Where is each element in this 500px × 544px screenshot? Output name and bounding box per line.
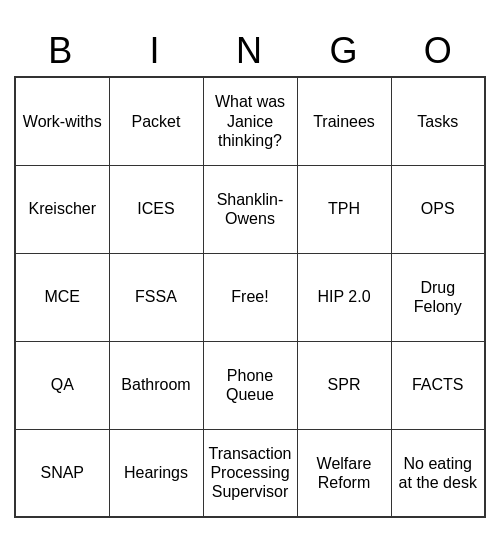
cell-r1-c4: OPS [391,165,485,253]
cell-r3-c0: QA [15,341,109,429]
cell-r3-c1: Bathroom [109,341,203,429]
header-g: G [297,26,391,76]
header-o: O [392,26,486,76]
cell-r2-c0: MCE [15,253,109,341]
cell-r2-c4: Drug Felony [391,253,485,341]
header-i: I [108,26,202,76]
cell-r0-c3: Trainees [297,77,391,165]
cell-r2-c3: HIP 2.0 [297,253,391,341]
cell-r2-c1: FSSA [109,253,203,341]
cell-r0-c0: Work-withs [15,77,109,165]
cell-r4-c0: SNAP [15,429,109,517]
cell-r2-c2: Free! [203,253,297,341]
cell-r4-c3: Welfare Reform [297,429,391,517]
cell-r4-c1: Hearings [109,429,203,517]
cell-r0-c4: Tasks [391,77,485,165]
cell-r4-c2: Transaction Processing Supervisor [203,429,297,517]
cell-r0-c1: Packet [109,77,203,165]
cell-r0-c2: What was Janice thinking? [203,77,297,165]
cell-r4-c4: No eating at the desk [391,429,485,517]
cell-r1-c1: ICES [109,165,203,253]
bingo-header: B I N G O [14,26,486,76]
cell-r3-c3: SPR [297,341,391,429]
cell-r3-c2: Phone Queue [203,341,297,429]
cell-r1-c2: Shanklin-Owens [203,165,297,253]
cell-r1-c3: TPH [297,165,391,253]
cell-r3-c4: FACTS [391,341,485,429]
cell-r1-c0: Kreischer [15,165,109,253]
header-b: B [14,26,108,76]
bingo-grid: Work-withsPacketWhat was Janice thinking… [14,76,486,518]
header-n: N [203,26,297,76]
bingo-card: B I N G O Work-withsPacketWhat was Janic… [14,26,486,518]
